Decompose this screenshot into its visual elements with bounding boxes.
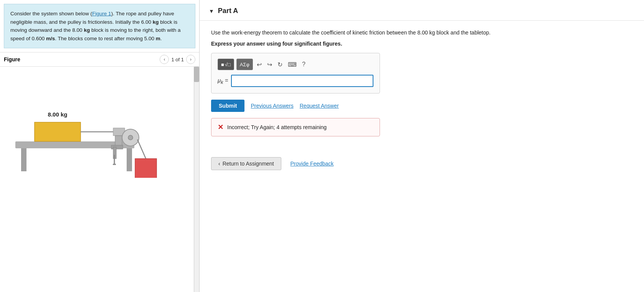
svg-text:8.00 kg: 8.00 kg: [48, 111, 68, 118]
scrollbar-thumb[interactable]: [194, 67, 199, 82]
mu-label: μk =: [218, 77, 228, 85]
answer-input[interactable]: [231, 75, 373, 87]
svg-rect-15: [135, 159, 157, 178]
previous-answers-button[interactable]: Previous Answers: [251, 103, 293, 109]
math-toolbar: ■ √□ ΑΣφ ↩ ↪ ↻ ⌨ ?: [218, 59, 373, 70]
figure-title: Figure: [4, 56, 20, 62]
submit-button[interactable]: Submit: [211, 100, 244, 112]
error-text: Incorrect; Try Again; 4 attempts remaini…: [227, 124, 327, 130]
figure-next-button[interactable]: ›: [186, 55, 195, 64]
return-icon: ‹: [218, 161, 220, 167]
scrollbar-track[interactable]: [194, 67, 199, 292]
svg-rect-3: [35, 122, 81, 141]
action-row: Submit Previous Answers Request Answer: [211, 100, 632, 112]
problem-text-content: Consider the system shown below (Figure …: [10, 11, 181, 41]
figure-canvas: 8.00 kg 6.00 kg: [0, 67, 199, 292]
return-to-assignment-button[interactable]: ‹ Return to Assignment: [211, 157, 281, 170]
figure-header: Figure ‹ 1 of 1 ›: [0, 52, 199, 67]
part-header: ▼ Part A: [200, 0, 644, 21]
svg-rect-1: [21, 148, 26, 171]
bottom-actions: ‹ Return to Assignment Provide Feedback: [200, 153, 644, 178]
refresh-button[interactable]: ↻: [276, 61, 284, 68]
math-template-button[interactable]: ■ √□: [218, 59, 234, 70]
redo-button[interactable]: ↪: [266, 61, 274, 68]
error-icon: ✕: [218, 123, 223, 131]
question-text: Use the work-energy theorem to calculate…: [211, 28, 632, 37]
figure-prev-button[interactable]: ‹: [160, 55, 169, 64]
error-box: ✕ Incorrect; Try Again; 4 attempts remai…: [211, 118, 380, 136]
figure-link[interactable]: Figure 1: [92, 11, 111, 16]
keyboard-button[interactable]: ⌨: [286, 61, 298, 68]
right-panel: ▼ Part A Use the work-energy theorem to …: [200, 0, 644, 292]
figure-page-indicator: 1 of 1: [171, 57, 184, 62]
request-answer-button[interactable]: Request Answer: [300, 103, 339, 109]
significant-figures-text: Express your answer using four significa…: [211, 41, 632, 47]
left-panel: Consider the system shown below (Figure …: [0, 0, 200, 292]
part-title: Part A: [218, 7, 238, 15]
figure-diagram: 8.00 kg 6.00 kg: [0, 67, 192, 178]
math-template-icon: ■: [221, 62, 224, 67]
answer-row: μk =: [218, 75, 373, 87]
problem-description: Consider the system shown below (Figure …: [4, 4, 195, 48]
return-label: Return to Assignment: [223, 161, 274, 167]
math-template-label: √□: [225, 62, 231, 67]
part-content: Use the work-energy theorem to calculate…: [200, 21, 644, 153]
figure-navigation: ‹ 1 of 1 ›: [160, 55, 195, 64]
svg-line-14: [137, 139, 146, 159]
undo-button[interactable]: ↩: [255, 61, 263, 68]
svg-point-8: [128, 135, 133, 140]
collapse-arrow-icon[interactable]: ▼: [209, 8, 214, 14]
help-button[interactable]: ?: [301, 61, 307, 68]
svg-rect-2: [127, 148, 132, 171]
provide-feedback-button[interactable]: Provide Feedback: [291, 161, 334, 167]
symbol-button[interactable]: ΑΣφ: [236, 59, 253, 70]
answer-box: ■ √□ ΑΣφ ↩ ↪ ↻ ⌨ ? μk =: [211, 53, 380, 94]
